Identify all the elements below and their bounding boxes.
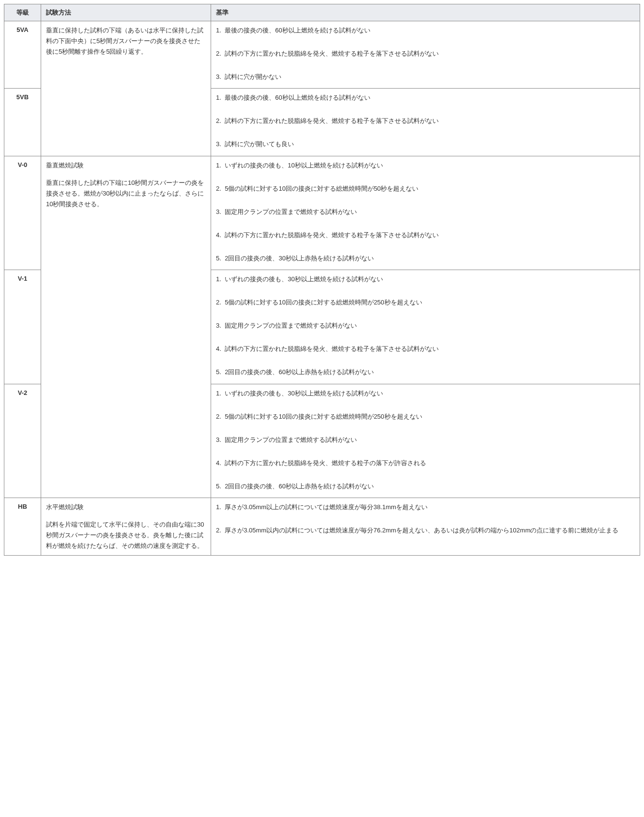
criteria-cell: いずれの接炎の後も、30秒以上燃焼を続ける試料がない5個の試料に対する10回の接… — [211, 384, 640, 498]
criteria-item: 試料の下方に置かれた脱脂綿を発火、燃焼する粒子を落下させる試料がない — [216, 230, 635, 241]
criteria-item: 試料の下方に置かれた脱脂綿を発火、燃焼する粒子を落下させる試料がない — [216, 344, 635, 354]
criteria-item: 厚さが3.05mm以上の試料については燃焼速度が毎分38.1mmを超えない — [216, 502, 635, 513]
criteria-item: 試料の下方に置かれた脱脂綿を発火、燃焼する粒子の落下が許容される — [216, 458, 635, 469]
header-grade: 等級 — [4, 4, 41, 21]
method-cell: 水平燃焼試験試料を片端で固定して水平に保持し、その自由な端に30秒間ガスバーナー… — [41, 498, 211, 555]
criteria-item: 厚さが3.05mm以内の試料については燃焼速度が毎分76.2mmを超えない、ある… — [216, 525, 635, 536]
method-description: 垂直に保持した試料の下端（あるいは水平に保持した試料の下面中央）に5秒間ガスバー… — [46, 25, 206, 57]
table-row: HB水平燃焼試験試料を片端で固定して水平に保持し、その自由な端に30秒間ガスバー… — [4, 498, 640, 555]
criteria-item: 5個の試料に対する10回の接炎に対する総燃焼時間が50秒を超えない — [216, 183, 635, 194]
criteria-item: 5個の試料に対する10回の接炎に対する総燃焼時間が250秒を超えない — [216, 297, 635, 308]
method-description: 垂直に保持した試料の下端に10秒間ガスバーナーの炎を接炎させる。燃焼が30秒以内… — [46, 178, 206, 210]
method-description: 試料を片端で固定して水平に保持し、その自由な端に30秒間ガスバーナーの炎を接炎さ… — [46, 519, 206, 551]
criteria-item: 試料に穴が開かない — [216, 72, 635, 82]
criteria-cell: 厚さが3.05mm以上の試料については燃焼速度が毎分38.1mmを超えない厚さが… — [211, 498, 640, 555]
criteria-list: 最後の接炎の後、60秒以上燃焼を続ける試料がない試料の下方に置かれた脱脂綿を発火… — [216, 25, 635, 82]
criteria-cell: いずれの接炎の後も、10秒以上燃焼を続ける試料がない5個の試料に対する10回の接… — [211, 156, 640, 270]
criteria-list: 厚さが3.05mm以上の試料については燃焼速度が毎分38.1mmを超えない厚さが… — [216, 502, 635, 536]
criteria-item: いずれの接炎の後も、10秒以上燃焼を続ける試料がない — [216, 160, 635, 171]
criteria-item: 試料に穴が開いても良い — [216, 139, 635, 150]
table-row: 5VA垂直に保持した試料の下端（あるいは水平に保持した試料の下面中央）に5秒間ガ… — [4, 21, 640, 89]
criteria-item: 2回目の接炎の後、60秒以上赤熱を続ける試料がない — [216, 481, 635, 492]
criteria-item: いずれの接炎の後も、30秒以上燃焼を続ける試料がない — [216, 274, 635, 285]
criteria-list: いずれの接炎の後も、10秒以上燃焼を続ける試料がない5個の試料に対する10回の接… — [216, 160, 635, 264]
method-title: 水平燃焼試験 — [46, 502, 206, 513]
method-cell: 垂直に保持した試料の下端（あるいは水平に保持した試料の下面中央）に5秒間ガスバー… — [41, 21, 211, 156]
grade-cell: V-0 — [4, 156, 41, 270]
header-criteria: 基準 — [211, 4, 640, 21]
header-method: 試験方法 — [41, 4, 211, 21]
table-row: V-0垂直燃焼試験垂直に保持した試料の下端に10秒間ガスバーナーの炎を接炎させる… — [4, 156, 640, 270]
grade-cell: HB — [4, 498, 41, 555]
criteria-item: 2回目の接炎の後、30秒以上赤熱を続ける試料がない — [216, 253, 635, 264]
header-row: 等級 試験方法 基準 — [4, 4, 640, 21]
grade-cell: V-1 — [4, 270, 41, 384]
grade-cell: V-2 — [4, 384, 41, 498]
criteria-item: 5個の試料に対する10回の接炎に対する総燃焼時間が250秒を超えない — [216, 411, 635, 422]
criteria-list: いずれの接炎の後も、30秒以上燃焼を続ける試料がない5個の試料に対する10回の接… — [216, 388, 635, 492]
criteria-item: 試料の下方に置かれた脱脂綿を発火、燃焼する粒子を落下させる試料がない — [216, 48, 635, 59]
criteria-list: 最後の接炎の後、60秒以上燃焼を続ける試料がない試料の下方に置かれた脱脂綿を発火… — [216, 92, 635, 150]
flammability-table: 等級 試験方法 基準 5VA垂直に保持した試料の下端（あるいは水平に保持した試料… — [4, 4, 640, 556]
grade-cell: 5VB — [4, 89, 41, 156]
criteria-item: 試料の下方に置かれた脱脂綿を発火、燃焼する粒子を落下させる試料がない — [216, 116, 635, 126]
method-cell: 垂直燃焼試験垂直に保持した試料の下端に10秒間ガスバーナーの炎を接炎させる。燃焼… — [41, 156, 211, 498]
criteria-item: 2回目の接炎の後、60秒以上赤熱を続ける試料がない — [216, 367, 635, 378]
criteria-cell: 最後の接炎の後、60秒以上燃焼を続ける試料がない試料の下方に置かれた脱脂綿を発火… — [211, 89, 640, 156]
criteria-item: 最後の接炎の後、60秒以上燃焼を続ける試料がない — [216, 25, 635, 36]
grade-cell: 5VA — [4, 21, 41, 89]
criteria-item: 最後の接炎の後、60秒以上燃焼を続ける試料がない — [216, 92, 635, 103]
criteria-item: 固定用クランプの位置まで燃焼する試料がない — [216, 207, 635, 217]
criteria-cell: いずれの接炎の後も、30秒以上燃焼を続ける試料がない5個の試料に対する10回の接… — [211, 270, 640, 384]
method-title: 垂直燃焼試験 — [46, 160, 206, 171]
criteria-item: いずれの接炎の後も、30秒以上燃焼を続ける試料がない — [216, 388, 635, 399]
criteria-list: いずれの接炎の後も、30秒以上燃焼を続ける試料がない5個の試料に対する10回の接… — [216, 274, 635, 378]
criteria-cell: 最後の接炎の後、60秒以上燃焼を続ける試料がない試料の下方に置かれた脱脂綿を発火… — [211, 21, 640, 89]
criteria-item: 固定用クランプの位置まで燃焼する試料がない — [216, 320, 635, 331]
criteria-item: 固定用クランプの位置まで燃焼する試料がない — [216, 435, 635, 445]
